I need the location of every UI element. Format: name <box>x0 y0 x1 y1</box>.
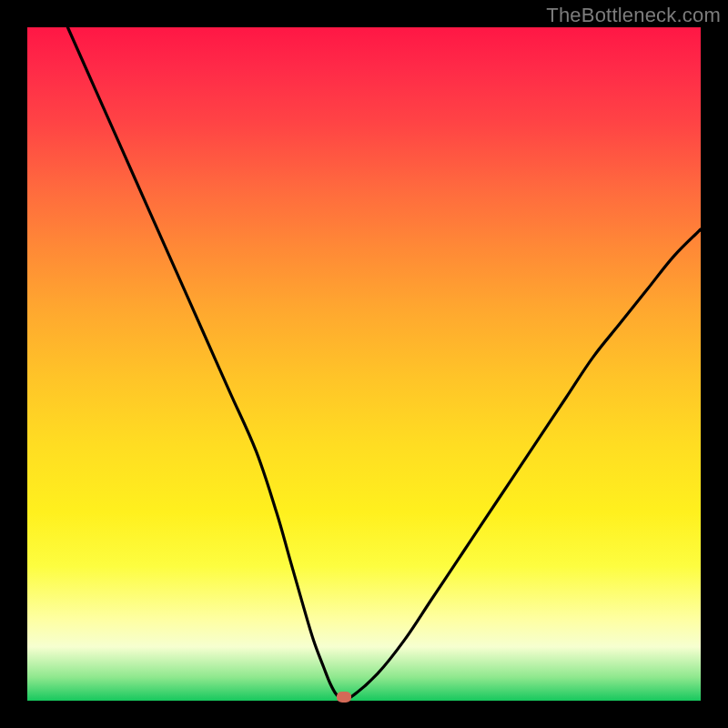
chart-frame: TheBottleneck.com <box>0 0 728 728</box>
plot-area <box>27 27 701 701</box>
watermark-text: TheBottleneck.com <box>546 4 721 27</box>
bottleneck-curve <box>27 27 701 701</box>
optimal-point-marker <box>337 692 351 703</box>
